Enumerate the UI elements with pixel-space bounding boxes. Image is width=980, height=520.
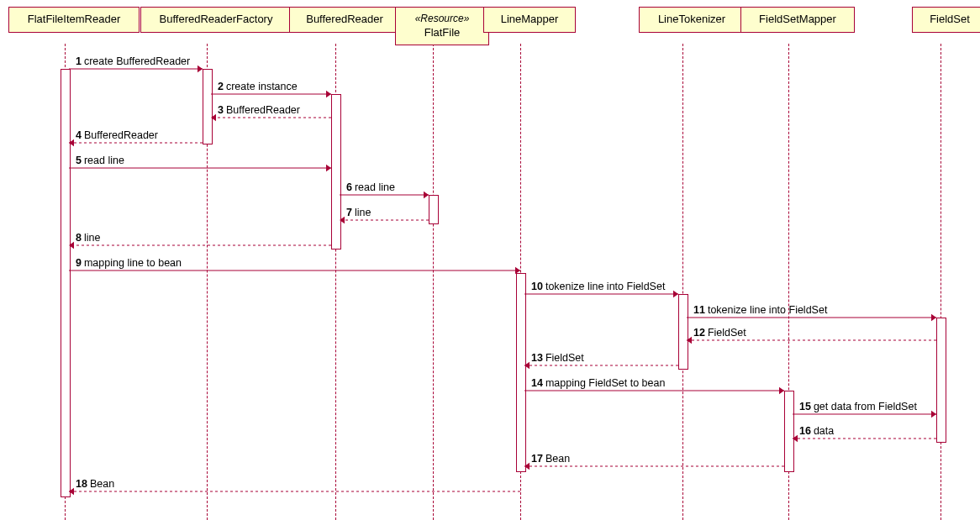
message-6: 6read line (346, 181, 395, 193)
message-text: BufferedReader (226, 104, 300, 116)
activation-bufferedReader (331, 94, 341, 249)
message-12: 12FieldSet (693, 327, 746, 339)
message-text: FieldSet (708, 327, 746, 339)
message-number: 5 (76, 155, 82, 166)
message-15: 15get data from FieldSet (799, 401, 917, 412)
message-5: 5read line (76, 155, 124, 166)
lifeline-fieldSet (940, 44, 941, 520)
participant-bufferedReader: BufferedReader (289, 7, 400, 33)
activation-lineMapper (516, 273, 526, 472)
message-text: FieldSet (545, 352, 584, 364)
message-number: 14 (531, 377, 543, 389)
participant-label: FlatFile (404, 26, 480, 40)
message-text: get data from FieldSet (814, 401, 917, 412)
participant-label: BufferedReaderFactory (150, 13, 282, 27)
message-text: tokenize line into FieldSet (708, 304, 827, 316)
message-number: 11 (693, 304, 705, 316)
message-number: 4 (76, 129, 82, 141)
message-text: Bean (90, 478, 114, 490)
message-13: 13FieldSet (531, 352, 584, 364)
participant-label: FlatFileItemReader (18, 13, 130, 27)
message-number: 1 (76, 55, 82, 67)
activation-bufferedReaderFactory (203, 69, 213, 144)
message-4: 4BufferedReader (76, 129, 158, 141)
message-17: 17Bean (531, 453, 570, 465)
message-number: 12 (693, 327, 705, 339)
activation-lineTokenizer (678, 294, 688, 370)
message-number: 8 (76, 232, 82, 244)
message-text: BufferedReader (84, 129, 158, 141)
message-text: read line (355, 181, 395, 193)
participant-fieldSetMapper: FieldSetMapper (740, 7, 855, 33)
message-number: 10 (531, 281, 543, 292)
message-text: create BufferedReader (84, 55, 190, 67)
message-7: 7line (346, 207, 371, 218)
message-number: 7 (346, 207, 352, 218)
message-number: 17 (531, 453, 543, 465)
message-text: line (84, 232, 100, 244)
participant-bufferedReaderFactory: BufferedReaderFactory (140, 7, 292, 33)
message-8: 8line (76, 232, 100, 244)
message-3: 3BufferedReader (218, 104, 300, 116)
activation-fieldSet (936, 318, 946, 443)
activation-fieldSetMapper (784, 391, 794, 472)
message-number: 3 (218, 104, 224, 116)
participant-lineTokenizer: LineTokenizer (639, 7, 745, 33)
message-18: 18Bean (76, 478, 114, 490)
message-14: 14mapping FieldSet to bean (531, 377, 665, 389)
message-text: line (355, 207, 371, 218)
participant-stereotype: «Resource» (404, 13, 480, 26)
message-number: 2 (218, 81, 224, 92)
message-16: 16data (799, 425, 834, 437)
message-2: 2create instance (218, 81, 298, 92)
participant-fieldSet: FieldSet (912, 7, 980, 33)
participant-lineMapper: LineMapper (483, 7, 576, 33)
message-text: mapping line to bean (84, 257, 182, 269)
message-number: 13 (531, 352, 543, 364)
participant-label: LineTokenizer (648, 13, 735, 27)
message-11: 11tokenize line into FieldSet (693, 304, 827, 316)
lifeline-lineTokenizer (682, 44, 683, 520)
message-number: 15 (799, 401, 811, 412)
message-text: data (814, 425, 834, 437)
participant-label: FieldSet (921, 13, 978, 27)
activation-flatFileItemReader (61, 69, 71, 497)
message-text: create instance (226, 81, 298, 92)
participant-label: LineMapper (493, 13, 566, 27)
message-number: 18 (76, 478, 87, 490)
message-text: read line (84, 155, 124, 166)
activation-flatFile (429, 195, 439, 224)
message-text: Bean (545, 453, 570, 465)
message-10: 10tokenize line into FieldSet (531, 281, 665, 292)
message-number: 6 (346, 181, 352, 193)
message-1: 1create BufferedReader (76, 55, 190, 67)
message-text: mapping FieldSet to bean (545, 377, 665, 389)
participant-flatFileItemReader: FlatFileItemReader (8, 7, 140, 33)
participant-label: FieldSetMapper (750, 13, 846, 27)
message-text: tokenize line into FieldSet (545, 281, 665, 292)
participant-label: BufferedReader (298, 13, 391, 27)
message-9: 9mapping line to bean (76, 257, 182, 269)
participant-flatFile: «Resource»FlatFile (395, 7, 489, 45)
message-number: 16 (799, 425, 811, 437)
message-number: 9 (76, 257, 82, 269)
lifeline-flatFile (433, 44, 434, 520)
